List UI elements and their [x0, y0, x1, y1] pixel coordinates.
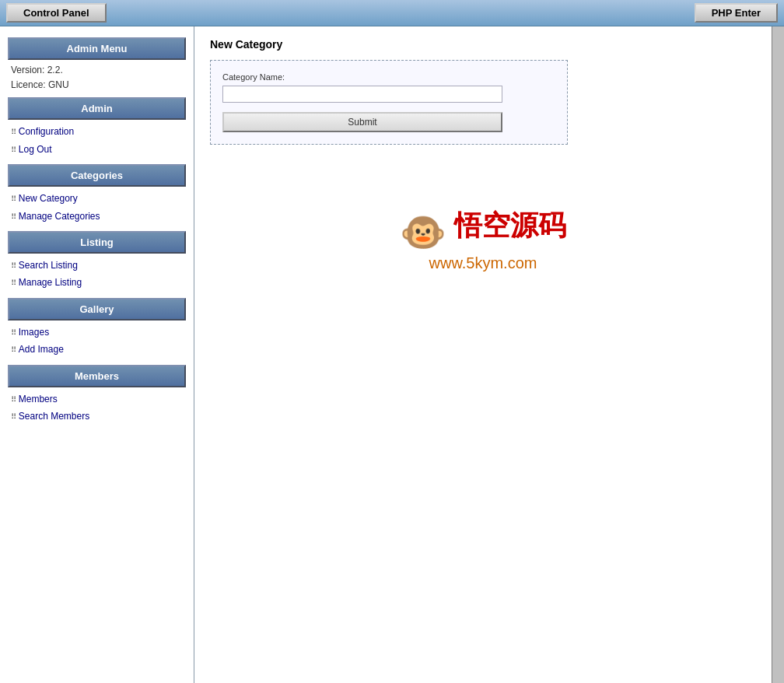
categories-section-header: Categories [8, 164, 186, 187]
watermark-url: www.5kym.com [429, 254, 537, 271]
top-bar: Control Panel PHP Enter [0, 0, 784, 26]
members-links: Members Search Members [8, 391, 186, 426]
version-label: Version: 2.2. [11, 63, 186, 78]
members-section-header: Members [8, 365, 186, 387]
watermark-content: 🐵 悟空源码 www.5kym.com [210, 207, 756, 272]
configuration-link[interactable]: Configuration [8, 123, 186, 140]
search-listing-link[interactable]: Search Listing [8, 257, 186, 274]
logout-link[interactable]: Log Out [8, 141, 186, 158]
images-link[interactable]: Images [8, 324, 186, 341]
admin-menu-header: Admin Menu [8, 37, 186, 60]
submit-button[interactable]: Submit [222, 112, 502, 132]
manage-categories-link[interactable]: Manage Categories [8, 208, 186, 225]
main-layout: Admin Menu Version: 2.2. Licence: GNU Ad… [0, 26, 784, 683]
watermark-area: 🐵 悟空源码 www.5kym.com [210, 207, 756, 272]
licence-label: Licence: GNU [11, 78, 186, 93]
watermark-icon: 🐵 [400, 211, 446, 254]
watermark-chinese: 悟空源码 [454, 209, 566, 241]
search-members-link[interactable]: Search Members [8, 408, 186, 425]
sidebar: Admin Menu Version: 2.2. Licence: GNU Ad… [0, 26, 194, 683]
php-enter-button[interactable]: PHP Enter [695, 3, 778, 23]
admin-links: Configuration Log Out [8, 123, 186, 158]
manage-listing-link[interactable]: Manage Listing [8, 274, 186, 291]
category-name-input[interactable] [222, 86, 502, 103]
category-name-label: Category Name: [222, 72, 555, 82]
gallery-links: Images Add Image [8, 324, 186, 359]
listing-links: Search Listing Manage Listing [8, 257, 186, 292]
admin-section-header: Admin [8, 97, 186, 120]
listing-section-header: Listing [8, 231, 186, 254]
members-link[interactable]: Members [8, 391, 186, 408]
add-image-link[interactable]: Add Image [8, 341, 186, 358]
new-category-link[interactable]: New Category [8, 190, 186, 207]
control-panel-button[interactable]: Control Panel [6, 3, 107, 23]
new-category-form: Category Name: Submit [210, 60, 568, 145]
sidebar-info: Version: 2.2. Licence: GNU [11, 63, 186, 93]
right-scrollbar[interactable] [772, 26, 784, 683]
page-title: New Category [210, 38, 756, 51]
content-area: New Category Category Name: Submit 🐵 悟空源… [194, 26, 772, 683]
gallery-section-header: Gallery [8, 298, 186, 320]
categories-links: New Category Manage Categories [8, 190, 186, 225]
